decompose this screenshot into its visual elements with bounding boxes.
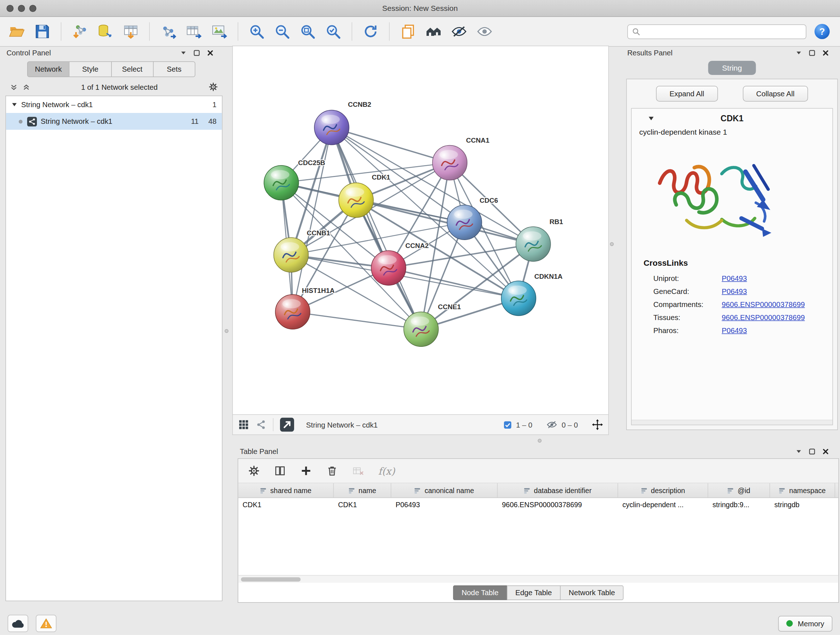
network-edge[interactable]: [293, 127, 332, 312]
close-panel-icon[interactable]: [822, 49, 829, 57]
network-edge[interactable]: [332, 127, 450, 163]
table-options-gear-icon[interactable]: [248, 465, 260, 477]
crosslink-value-link[interactable]: P06493: [722, 274, 827, 282]
column-options-icon[interactable]: [779, 487, 786, 494]
selected-nodes-checkbox-icon[interactable]: [504, 421, 512, 429]
table-cell[interactable]: CDK1: [238, 498, 334, 512]
tab-network-table[interactable]: Network Table: [560, 585, 624, 600]
hide-unselected-button[interactable]: [448, 20, 471, 43]
export-network-button[interactable]: [157, 20, 180, 43]
window-zoom-button[interactable]: [29, 5, 36, 12]
collapse-gene-icon[interactable]: [648, 115, 654, 122]
network-edge[interactable]: [332, 127, 421, 329]
create-column-icon[interactable]: [300, 465, 312, 477]
network-graph[interactable]: CCNB2CCNA1CDC25BCDK1CDC6RB1CCNB1CCNA2CDK…: [233, 46, 608, 415]
import-network-from-database-button[interactable]: [94, 20, 117, 43]
network-options-gear-icon[interactable]: [208, 82, 218, 92]
zoom-out-button[interactable]: [271, 20, 294, 43]
table-cell[interactable]: cyclin-dependent ...: [618, 498, 708, 512]
column-header-database-identifier[interactable]: database identifier: [498, 483, 618, 497]
collapse-all-button[interactable]: Collapse All: [743, 86, 808, 102]
search-box[interactable]: [627, 24, 806, 39]
panel-menu-icon[interactable]: [796, 50, 802, 56]
float-panel-icon[interactable]: [808, 49, 816, 57]
column-header-shared-name[interactable]: shared name: [238, 483, 334, 497]
column-options-icon[interactable]: [260, 487, 267, 494]
network-canvas[interactable]: CCNB2CCNA1CDC25BCDK1CDC6RB1CCNB1CCNA2CDK…: [232, 46, 609, 415]
network-edge[interactable]: [293, 312, 421, 329]
tab-edge-table[interactable]: Edge Table: [507, 585, 561, 600]
network-edge[interactable]: [388, 268, 518, 298]
search-input[interactable]: [644, 27, 802, 36]
panel-menu-icon[interactable]: [180, 50, 187, 56]
help-button[interactable]: ?: [814, 24, 830, 40]
tree-expander-icon[interactable]: [11, 102, 18, 108]
crosslink-value-link[interactable]: 9606.ENSP00000378699: [722, 300, 827, 309]
results-scrollbar[interactable]: [632, 420, 832, 425]
table-cell[interactable]: stringdb: [770, 498, 835, 512]
warnings-button[interactable]: [36, 615, 57, 632]
close-panel-icon[interactable]: [822, 448, 829, 455]
column-options-icon[interactable]: [641, 487, 648, 494]
tab-node-table[interactable]: Node Table: [453, 585, 507, 600]
column-header-namespace[interactable]: namespace: [770, 483, 835, 497]
float-panel-icon[interactable]: [193, 49, 201, 57]
copy-annotations-button[interactable]: [397, 20, 420, 43]
function-builder-button[interactable]: f(x): [378, 465, 395, 477]
zoom-selected-button[interactable]: [322, 20, 345, 43]
table-horizontal-scrollbar[interactable]: [238, 575, 838, 583]
export-view-button[interactable]: [280, 418, 294, 432]
birdseye-view-icon[interactable]: [238, 419, 249, 430]
delete-column-icon[interactable]: [326, 465, 338, 477]
show-all-button[interactable]: [473, 20, 496, 43]
save-session-button[interactable]: [31, 20, 54, 43]
splitter-handle-left[interactable]: [225, 329, 229, 333]
import-network-from-file-button[interactable]: [68, 20, 91, 43]
tab-select[interactable]: Select: [111, 62, 153, 78]
window-close-button[interactable]: [6, 5, 14, 12]
close-panel-icon[interactable]: [207, 49, 214, 57]
table-cell[interactable]: stringdb:9...: [708, 498, 770, 512]
crosslink-value-link[interactable]: P06493: [722, 326, 827, 334]
column-options-icon[interactable]: [523, 487, 531, 494]
table-row[interactable]: CDK1CDK1P064939606.ENSP00000378699cyclin…: [238, 498, 838, 512]
zoom-in-button[interactable]: [245, 20, 268, 43]
graphics-details-icon[interactable]: [256, 419, 267, 430]
column-header-description[interactable]: description: [618, 483, 708, 497]
crosslink-value-link[interactable]: 9606.ENSP00000378699: [722, 313, 827, 321]
export-image-button[interactable]: [208, 20, 231, 43]
column-header-canonical-name[interactable]: canonical name: [392, 483, 498, 497]
column-header--id[interactable]: @id: [708, 483, 770, 497]
tab-style[interactable]: Style: [69, 62, 111, 78]
table-cell[interactable]: CDK1: [334, 498, 392, 512]
window-minimize-button[interactable]: [18, 5, 25, 12]
import-table-from-file-button[interactable]: [119, 20, 142, 43]
expand-all-button[interactable]: Expand All: [656, 86, 718, 102]
open-session-button[interactable]: [5, 20, 28, 43]
table-cell[interactable]: 9606.ENSP00000378699: [498, 498, 618, 512]
column-options-icon[interactable]: [414, 487, 422, 494]
splitter-handle-bottom[interactable]: [538, 439, 542, 443]
column-options-icon[interactable]: [727, 487, 734, 494]
zoom-fit-button[interactable]: [296, 20, 319, 43]
network-row-selected[interactable]: String Network – cdk1 11 48: [6, 113, 222, 130]
splitter-handle-right[interactable]: [610, 242, 614, 246]
panel-menu-icon[interactable]: [796, 448, 802, 455]
apply-preferred-layout-button[interactable]: [359, 20, 382, 43]
column-header-name[interactable]: name: [334, 483, 392, 497]
pan-crosshair-icon[interactable]: [592, 419, 603, 430]
memory-button[interactable]: Memory: [778, 616, 832, 632]
expand-all-networks-icon[interactable]: [22, 83, 31, 91]
network-collection-row[interactable]: String Network – cdk1 1: [6, 96, 222, 113]
cloud-status-button[interactable]: [8, 615, 28, 632]
collapse-all-networks-icon[interactable]: [10, 83, 18, 91]
export-table-button[interactable]: [182, 20, 205, 43]
tab-network[interactable]: Network: [27, 62, 69, 78]
crosslink-value-link[interactable]: P06493: [722, 287, 827, 295]
scrollbar-thumb[interactable]: [241, 577, 301, 581]
float-panel-icon[interactable]: [808, 448, 816, 455]
hidden-elements-icon[interactable]: [546, 419, 557, 430]
column-options-icon[interactable]: [348, 487, 355, 494]
table-cell[interactable]: P06493: [392, 498, 498, 512]
tab-sets[interactable]: Sets: [153, 62, 195, 78]
